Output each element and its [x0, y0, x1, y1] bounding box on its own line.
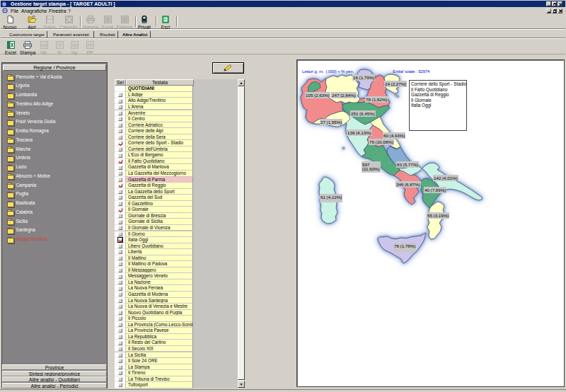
svg-text:PP: PP	[87, 43, 93, 47]
svg-text:%: %	[57, 42, 62, 47]
svg-text:%p: %p	[71, 43, 77, 47]
svg-text:Val: Val	[41, 43, 47, 47]
